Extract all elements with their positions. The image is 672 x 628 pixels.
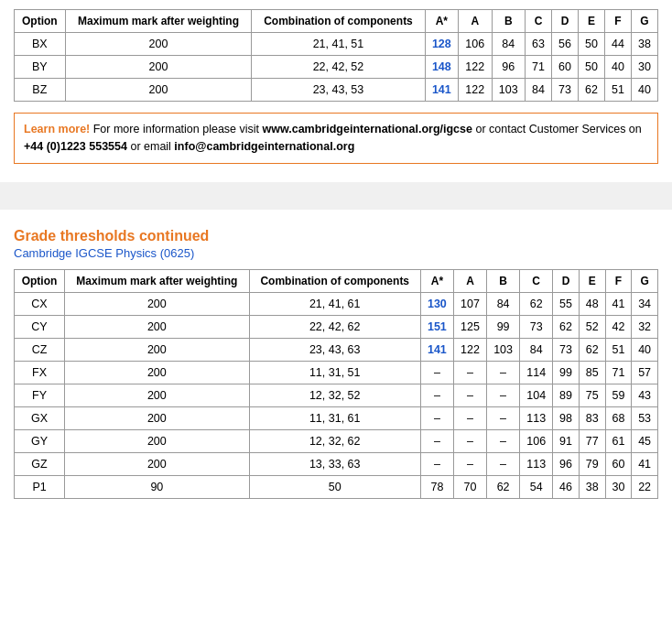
col-header-option: Option: [15, 10, 66, 33]
cell-a: 125: [453, 315, 486, 338]
cell-c: 71: [526, 56, 552, 79]
cell-e: 77: [579, 429, 605, 452]
cell-e: 48: [579, 292, 605, 315]
cell-c: 84: [520, 338, 553, 361]
cell-f: 40: [604, 56, 631, 79]
col-header-astar: A*: [425, 10, 458, 33]
col-header-g: G: [631, 10, 657, 33]
cell-combo: 21, 41, 61: [249, 292, 420, 315]
cell-option: P1: [15, 475, 65, 498]
cell-option: GY: [15, 429, 65, 452]
cell-f: 51: [604, 79, 631, 102]
cell-g: 40: [632, 338, 658, 361]
col-header-max-mark: Maximum mark after weighting: [65, 10, 252, 33]
section-divider: [0, 182, 672, 210]
cell-combo: 50: [249, 475, 420, 498]
cell-f: 61: [605, 429, 632, 452]
cell-e: 50: [578, 33, 604, 56]
cell-e: 79: [579, 452, 605, 475]
col-header-e-2: E: [579, 269, 605, 292]
cell-astar: –: [420, 406, 453, 429]
cell-f: 51: [605, 338, 632, 361]
table-row: GY20012, 32, 62–––10691776145: [15, 429, 658, 452]
cell-a: 70: [453, 475, 486, 498]
cell-max: 200: [65, 79, 252, 102]
cell-astar: 148: [425, 56, 458, 79]
cell-option: CY: [15, 315, 65, 338]
cell-g: 34: [632, 292, 658, 315]
cell-max: 200: [65, 406, 250, 429]
section-subtitle: Cambridge IGCSE Physics (0625): [14, 246, 658, 260]
col-header-g-2: G: [632, 269, 658, 292]
cell-f: 42: [605, 315, 632, 338]
cell-f: 30: [605, 475, 632, 498]
cell-d: 96: [553, 452, 580, 475]
top-table-section: Option Maximum mark after weighting Comb…: [14, 9, 658, 102]
cell-a: –: [453, 406, 486, 429]
table-row: FX20011, 31, 51–––11499857157: [15, 361, 658, 384]
cell-d: 98: [553, 406, 580, 429]
col-header-option-2: Option: [15, 269, 65, 292]
cell-max: 200: [65, 384, 250, 406]
cell-combo: 21, 41, 51: [252, 33, 425, 56]
cell-b: 96: [492, 56, 525, 79]
cell-a: –: [453, 361, 486, 384]
cell-combo: 12, 32, 62: [249, 429, 420, 452]
learn-more-label: Learn more!: [24, 123, 90, 135]
cell-max: 200: [65, 315, 250, 338]
col-header-d: D: [551, 10, 578, 33]
cell-d: 73: [553, 338, 580, 361]
cell-d: 91: [553, 429, 580, 452]
cell-d: 60: [551, 56, 578, 79]
cell-combo: 11, 31, 51: [249, 361, 420, 384]
cell-f: 68: [605, 406, 632, 429]
section-title: Grade thresholds continued: [14, 228, 658, 244]
cell-a: 107: [453, 292, 486, 315]
col-header-combo-2: Combination of components: [249, 269, 420, 292]
table-row: GZ20013, 33, 63–––11396796041: [15, 452, 658, 475]
cell-d: 56: [551, 33, 578, 56]
cell-b: 99: [487, 315, 520, 338]
cell-e: 85: [579, 361, 605, 384]
cell-option: BX: [15, 33, 66, 56]
cell-c: 113: [520, 406, 553, 429]
cell-astar: 141: [425, 79, 458, 102]
cell-b: 84: [487, 292, 520, 315]
cell-combo: 22, 42, 52: [252, 56, 425, 79]
cell-g: 40: [631, 79, 657, 102]
cell-astar: 151: [420, 315, 453, 338]
cell-max: 200: [65, 338, 250, 361]
cell-e: 38: [579, 475, 605, 498]
cell-combo: 23, 43, 53: [252, 79, 425, 102]
cell-a: 122: [453, 338, 486, 361]
cell-d: 89: [553, 384, 580, 406]
cell-d: 46: [553, 475, 580, 498]
col-header-e: E: [578, 10, 604, 33]
col-header-a-2: A: [453, 269, 486, 292]
info-box: Learn more! For more information please …: [14, 113, 658, 164]
info-phone: +44 (0)1223 553554: [24, 140, 127, 153]
table-row: P190507870625446383022: [15, 475, 658, 498]
cell-g: 32: [632, 315, 658, 338]
col-header-max-mark-2: Maximum mark after weighting: [65, 269, 250, 292]
cell-d: 73: [551, 79, 578, 102]
cell-combo: 23, 43, 63: [249, 338, 420, 361]
cell-b: 62: [487, 475, 520, 498]
col-header-f-2: F: [605, 269, 632, 292]
cell-f: 44: [604, 33, 631, 56]
bottom-grade-table: Option Maximum mark after weighting Comb…: [14, 269, 658, 499]
cell-f: 59: [605, 384, 632, 406]
cell-option: CZ: [15, 338, 65, 361]
cell-b: –: [487, 429, 520, 452]
col-header-d-2: D: [553, 269, 580, 292]
cell-f: 60: [605, 452, 632, 475]
cell-d: 99: [553, 361, 580, 384]
cell-g: 43: [632, 384, 658, 406]
table-row: CZ20023, 43, 631411221038473625140: [15, 338, 658, 361]
info-text-1: For more information please visit: [90, 123, 262, 135]
cell-d: 62: [553, 315, 580, 338]
table-row: GX20011, 31, 61–––11398836853: [15, 406, 658, 429]
col-header-astar-2: A*: [420, 269, 453, 292]
cell-option: CX: [15, 292, 65, 315]
cell-c: 106: [520, 429, 553, 452]
